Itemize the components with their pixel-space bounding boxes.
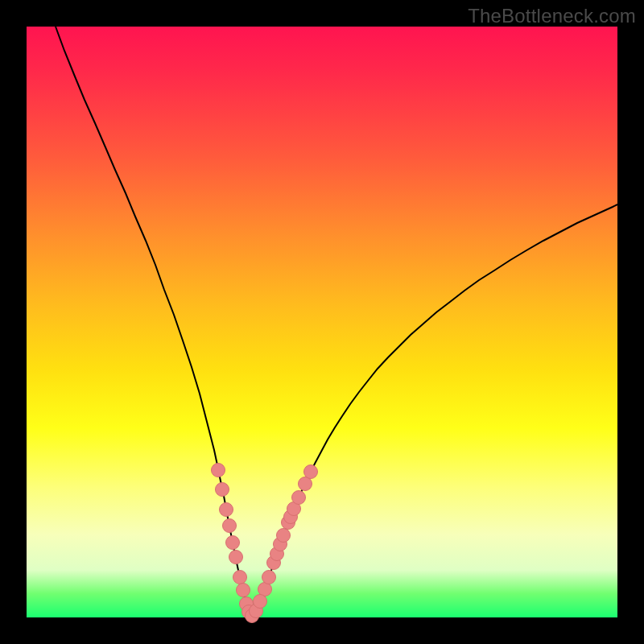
curve-marker [229, 551, 243, 564]
curve-marker [233, 571, 247, 584]
curve-marker [277, 529, 291, 543]
attribution-label: TheBottleneck.com [468, 5, 636, 27]
curve-marker [223, 519, 237, 533]
right-curve-line [252, 204, 617, 617]
curve-marker [226, 536, 240, 550]
curve-marker [262, 571, 276, 584]
curve-marker [258, 583, 272, 597]
curve-marker [292, 491, 306, 505]
curve-marker [220, 503, 233, 517]
chart-svg [27, 27, 617, 617]
left-curve-line [56, 27, 252, 617]
curve-marker [299, 477, 312, 491]
curve-marker [254, 595, 267, 609]
curve-marker [216, 483, 229, 497]
curve-marker [237, 584, 250, 597]
chart-frame: TheBottleneck.com [0, 0, 644, 644]
curve-markers [212, 464, 318, 623]
curve-marker [304, 465, 318, 479]
curve-marker [212, 464, 225, 477]
chart-plot-area [27, 27, 617, 617]
